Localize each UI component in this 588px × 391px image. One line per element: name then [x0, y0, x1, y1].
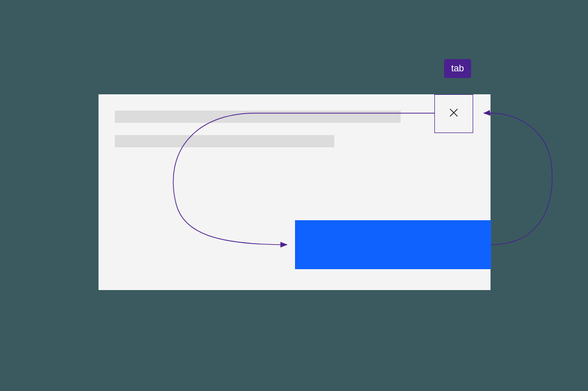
close-icon [448, 107, 459, 120]
primary-action-button[interactable] [295, 220, 491, 269]
body-placeholder [115, 135, 334, 147]
heading-placeholder [115, 111, 401, 123]
arrow-primary-to-close [484, 113, 552, 245]
tab-key-label: tab [444, 59, 471, 78]
diagram-stage: tab [0, 0, 588, 391]
close-button[interactable] [434, 94, 473, 133]
